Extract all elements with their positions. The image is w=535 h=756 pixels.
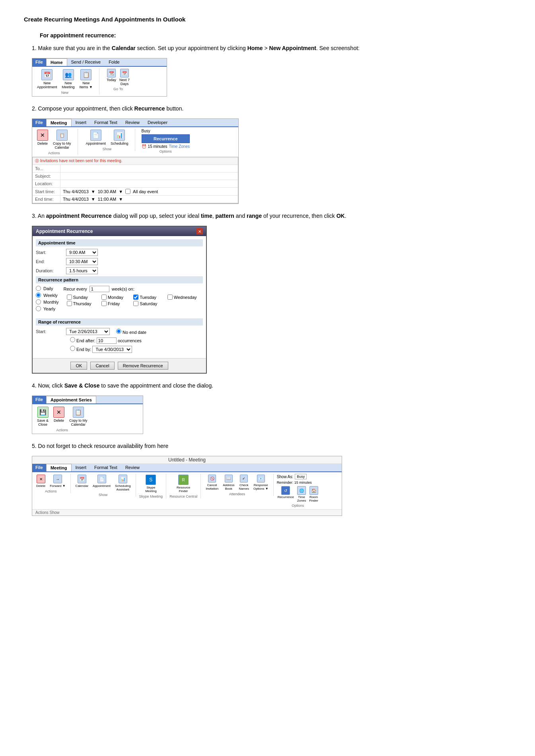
to-row: To... <box>33 165 238 173</box>
r5-scheduling-btn[interactable]: 📊 Scheduling Assistant <box>113 474 132 492</box>
r5-calendar-btn[interactable]: 📅 Calendar <box>74 474 90 492</box>
location-input[interactable] <box>60 180 238 187</box>
subject-row: Subject: <box>33 173 238 180</box>
subject-input[interactable] <box>60 173 238 180</box>
tuesday-checkbox[interactable] <box>133 295 138 300</box>
r5-skype-btn[interactable]: S Skype Meeting <box>144 474 158 494</box>
r2-copy-btn[interactable]: 📋 Copy to My Calendar <box>51 129 73 150</box>
r3-file-tab[interactable]: File <box>32 396 46 403</box>
r2-review-tab[interactable]: Review <box>121 119 144 126</box>
dialog-close-btn[interactable]: ✕ <box>196 228 203 235</box>
recur-every-input[interactable] <box>89 286 109 292</box>
r5-format-tab[interactable]: Format Text <box>90 464 121 471</box>
r5-resource-btn[interactable]: R Resource Finder <box>175 474 192 494</box>
r3-delete-btn[interactable]: ✕ Delete <box>52 406 66 427</box>
r5-appointment-btn[interactable]: 📄 Appointment <box>91 474 112 492</box>
r2-format-tab[interactable]: Format Text <box>90 119 121 126</box>
range-start-select[interactable]: Tue 2/26/2013 <box>66 328 110 335</box>
saturday-check: Saturday <box>133 301 163 306</box>
end-select[interactable]: 10:30 AM <box>66 258 98 265</box>
occurrences-input[interactable] <box>97 337 117 344</box>
section-title: For appointment recurrence: <box>40 32 511 39</box>
monday-checkbox[interactable] <box>101 295 107 300</box>
tuesday-check: Tuesday <box>133 295 163 300</box>
r5-response-btn[interactable]: 📧 Response Options ▼ <box>252 474 270 491</box>
next7days-btn[interactable]: 📅 Next 7 Days <box>119 68 130 86</box>
all-day-checkbox[interactable] <box>125 189 130 194</box>
cancel-btn[interactable]: Cancel <box>90 362 114 370</box>
folder-tab[interactable]: Folde <box>105 58 124 66</box>
r3-copy-btn[interactable]: 📋 Copy to My Calendar <box>68 406 89 427</box>
r5-scheduling-icon: 📊 <box>119 475 127 483</box>
weekly-radio[interactable] <box>36 293 41 298</box>
r5-cancel-btn[interactable]: 🚫 Cancel Invitation <box>204 474 220 491</box>
r5-meeting-tab[interactable]: Meeting <box>46 464 72 471</box>
sunday-checkbox[interactable] <box>67 295 72 300</box>
send-receive-tab[interactable]: Send / Receive <box>67 58 105 66</box>
daily-radio[interactable] <box>36 286 41 291</box>
r2-file-tab[interactable]: File <box>32 119 46 126</box>
r5-review-tab[interactable]: Review <box>121 464 144 471</box>
end-time: 11:00 AM <box>98 197 116 202</box>
r2-meeting-tab[interactable]: Meeting <box>46 119 72 126</box>
duration-select[interactable]: 1.5 hours <box>66 267 98 274</box>
recurrence-btn[interactable]: Recurrence <box>142 134 190 143</box>
meeting-warning: ⓪ Invitations have not been sent for thi… <box>33 157 238 165</box>
r5-timezones-btn[interactable]: 🌐 Time Zones <box>296 486 307 503</box>
ribbon5-titlebar: Untitled - Meeting <box>32 456 342 464</box>
actions-show-label: Actions Show <box>32 509 342 516</box>
end-by-radio[interactable] <box>70 346 75 351</box>
new-meeting-btn[interactable]: 👥 New Meeting <box>60 68 76 90</box>
r2-developer-tab[interactable]: Developer <box>144 119 171 126</box>
daily-row: Daily <box>36 286 59 291</box>
thursday-checkbox[interactable] <box>67 301 72 306</box>
wednesday-checkbox[interactable] <box>167 295 173 300</box>
home-tab[interactable]: Home <box>46 58 67 66</box>
dialog-footer: OK Cancel Remove Recurrence <box>33 358 206 373</box>
r5-forward-btn[interactable]: → Forward ▼ <box>48 474 67 488</box>
r2-scheduling-btn[interactable]: 📊 Scheduling <box>109 129 130 146</box>
new-appointment-btn[interactable]: 📅 New Appointment <box>35 68 59 90</box>
r5-address-btn[interactable]: 📖 Address Book <box>221 474 236 491</box>
yearly-radio[interactable] <box>36 306 41 311</box>
r2-insert-tab[interactable]: Insert <box>72 119 91 126</box>
save-close-btn[interactable]: 💾 Save & Close <box>35 406 50 427</box>
weekly-row: Weekly <box>36 293 59 298</box>
r5-file-tab[interactable]: File <box>32 464 46 471</box>
end-by-select[interactable]: Tue 4/30/2013 <box>92 346 132 353</box>
timezones-btn[interactable]: Time Zones <box>169 144 190 149</box>
yearly-row: Yearly <box>36 306 59 311</box>
r3-appt-series-tab[interactable]: Appointment Series <box>46 396 96 403</box>
saturday-checkbox[interactable] <box>133 301 138 306</box>
r5-delete-btn[interactable]: ✕ Delete <box>35 474 47 488</box>
new-items-btn[interactable]: 📋 New Items ▼ <box>78 68 94 90</box>
step5-text: 5. Do not forget to check resource avail… <box>32 442 511 450</box>
ok-btn[interactable]: OK <box>70 362 87 370</box>
r5-calendar-icon: 📅 <box>78 475 86 483</box>
to-input[interactable] <box>60 165 238 172</box>
r5-room-btn[interactable]: 🏠 Room Finder <box>308 486 319 503</box>
no-end-group: No end date <box>116 329 146 335</box>
r5-room-icon: 🏠 <box>309 486 318 495</box>
today-icon: 📆 <box>107 69 116 78</box>
sunday-check: Sunday <box>67 295 97 300</box>
end-after-radio[interactable] <box>70 337 75 342</box>
today-btn[interactable]: 📆 Today <box>106 68 117 86</box>
monthly-radio[interactable] <box>36 299 41 304</box>
start-select[interactable]: 9:00 AM <box>66 249 98 256</box>
remove-recurrence-btn[interactable]: Remove Recurrence <box>118 362 168 370</box>
no-end-radio[interactable] <box>116 329 121 334</box>
r2-delete-btn[interactable]: ✕ Delete <box>35 129 50 150</box>
appointment-icon: 📄 <box>90 130 101 141</box>
r5-check-names-btn[interactable]: ✓ Check Names <box>237 474 251 491</box>
r2-show-group: 📄 Appointment 📊 Scheduling Show <box>84 129 135 151</box>
friday-checkbox[interactable] <box>101 301 107 306</box>
step1-text: 1. Make sure that you are in the Calenda… <box>32 44 511 52</box>
r5-response-icon: 📧 <box>257 475 265 483</box>
r5-delete-icon: ✕ <box>37 475 45 483</box>
r2-appointment-btn[interactable]: 📄 Appointment <box>84 129 108 146</box>
file-tab[interactable]: File <box>32 58 46 66</box>
recurrence-pattern-body: Daily Weekly Monthly Yearly <box>36 286 203 314</box>
r5-insert-tab[interactable]: Insert <box>72 464 91 471</box>
r5-recurrence-btn[interactable]: ↺ Recurrence <box>277 486 295 503</box>
